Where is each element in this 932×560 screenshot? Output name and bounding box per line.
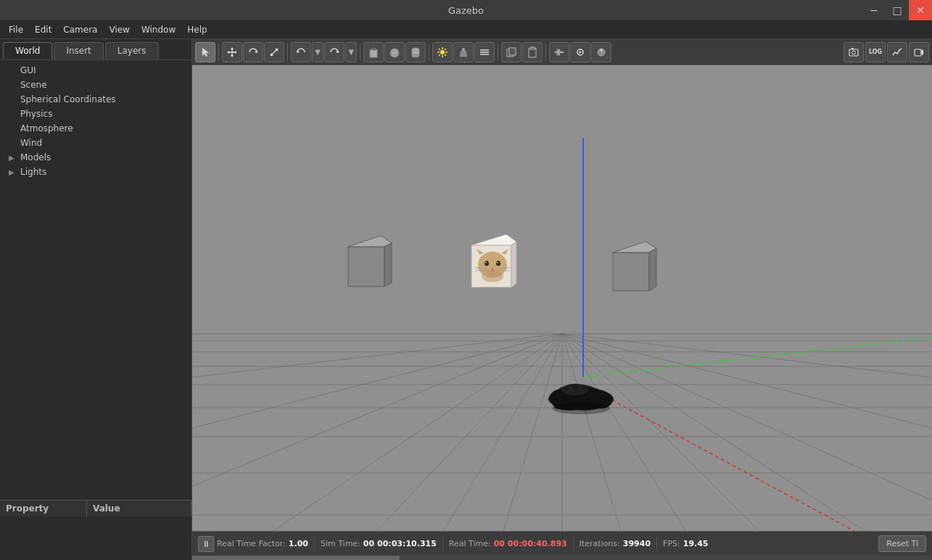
fps-value: 19.45	[683, 539, 709, 548]
property-column-header: Property	[0, 501, 87, 516]
tab-insert[interactable]: Insert	[54, 42, 103, 59]
tree-item-scene[interactable]: Scene	[0, 78, 191, 92]
toolbar-sep-2	[287, 44, 288, 61]
svg-marker-78	[348, 236, 392, 247]
properties-header: Property Value	[0, 501, 191, 516]
select-tool-button[interactable]	[195, 42, 215, 62]
tab-layers[interactable]: Layers	[105, 42, 159, 59]
cursor-icon	[199, 46, 211, 58]
menu-window[interactable]: Window	[136, 23, 181, 36]
tree-item-label: Atmosphere	[20, 123, 73, 133]
svg-marker-4	[227, 51, 229, 54]
tank-svg	[537, 359, 624, 417]
svg-marker-82	[511, 242, 516, 287]
svg-marker-5	[235, 51, 237, 54]
main-layout: World Insert Layers GUI Scene Spherical …	[0, 39, 932, 560]
redo-dropdown-button[interactable]: ▼	[345, 42, 357, 62]
progress-bar-fill	[192, 556, 400, 560]
tree-item-lights[interactable]: ▶ Lights	[0, 165, 191, 179]
toolbar: ▼ ▼	[192, 39, 932, 65]
translate-icon	[226, 46, 238, 58]
scale-tool-button[interactable]	[264, 42, 284, 62]
box-button[interactable]	[363, 42, 384, 62]
progress-bar-container	[192, 556, 932, 560]
reset-time-button[interactable]: Reset Ti	[878, 535, 926, 552]
menu-help[interactable]: Help	[181, 23, 213, 36]
svg-line-59	[192, 334, 562, 486]
close-button[interactable]: ✕	[909, 0, 932, 20]
menu-edit[interactable]: Edit	[29, 23, 57, 36]
window-controls: − □ ✕	[862, 0, 932, 20]
sphere-button[interactable]	[384, 42, 405, 62]
svg-point-45	[852, 51, 856, 54]
3d-viewport[interactable]: .grid-line { stroke: #666; stroke-width:…	[192, 65, 932, 531]
svg-marker-2	[231, 47, 234, 49]
video-button[interactable]	[909, 42, 929, 62]
log-button[interactable]: LOG	[865, 42, 886, 62]
minimize-button[interactable]: −	[862, 0, 886, 20]
svg-point-105	[582, 386, 586, 390]
menu-camera[interactable]: Camera	[57, 23, 103, 36]
tree-item-physics[interactable]: Physics	[0, 107, 191, 121]
copy-button[interactable]	[501, 42, 521, 62]
toolbar-right-group: LOG	[844, 42, 929, 62]
sun-light-button[interactable]	[432, 42, 453, 62]
undo-button[interactable]	[291, 42, 311, 62]
shapes-group	[363, 42, 426, 62]
pause-button[interactable]: ⏸	[198, 536, 214, 552]
tree-item-spherical[interactable]: Spherical Coordinates	[0, 92, 191, 107]
tree-item-label: Lights	[20, 167, 46, 177]
statusbar: ⏸ Real Time Factor: 1.00 Sim Time: 00 00…	[192, 531, 932, 556]
svg-point-86	[484, 261, 489, 266]
dir-light-button[interactable]	[474, 42, 495, 62]
arrow-expand-icon: ▶	[9, 154, 17, 162]
object-cube-right[interactable]	[606, 238, 655, 285]
svg-marker-79	[384, 243, 392, 287]
camera-icon	[848, 46, 859, 58]
menu-view[interactable]: View	[103, 23, 135, 36]
redo-button[interactable]	[324, 42, 345, 62]
rotate-tool-button[interactable]	[243, 42, 263, 62]
model-icon	[595, 46, 607, 58]
paste-button[interactable]	[522, 42, 543, 62]
scale-icon	[268, 46, 280, 58]
translate-tool-button[interactable]	[222, 42, 242, 62]
undo-dropdown-button[interactable]: ▼	[312, 42, 323, 62]
spotlight-button[interactable]	[453, 42, 474, 62]
maximize-button[interactable]: □	[886, 0, 909, 20]
menu-file[interactable]: File	[3, 23, 29, 36]
svg-rect-12	[370, 50, 377, 57]
svg-marker-77	[348, 247, 384, 287]
svg-line-27	[445, 54, 446, 56]
svg-point-14	[390, 49, 399, 57]
svg-point-18	[412, 54, 419, 57]
object-cube-left[interactable]	[341, 232, 390, 281]
tree-item-atmosphere[interactable]: Atmosphere	[0, 121, 191, 136]
screenshot-button[interactable]	[844, 42, 864, 62]
tab-world[interactable]: World	[3, 42, 52, 59]
transform-tools-group	[222, 42, 284, 62]
object-tank[interactable]	[537, 359, 624, 417]
tree-item-label: Models	[20, 152, 51, 162]
directional-light-icon	[479, 46, 490, 58]
snap-button[interactable]	[570, 42, 590, 62]
window-title: Gazebo	[448, 5, 484, 16]
box-icon	[368, 46, 379, 58]
tree-item-wind[interactable]: Wind	[0, 136, 191, 150]
cylinder-button[interactable]	[405, 42, 426, 62]
model-button[interactable]	[591, 42, 611, 62]
menubar: File Edit Camera View Window Help	[0, 20, 932, 39]
toolbar-sep-1	[218, 44, 219, 61]
left-panel: World Insert Layers GUI Scene Spherical …	[0, 39, 192, 560]
right-panel: ▼ ▼	[192, 39, 932, 560]
iterations-label: Iterations:	[580, 539, 620, 548]
object-cube-cat[interactable]	[464, 231, 519, 285]
arrow-expand-icon: ▶	[9, 168, 17, 176]
align-button[interactable]	[549, 42, 569, 62]
plot-button[interactable]	[887, 42, 907, 62]
svg-point-103	[564, 386, 569, 390]
tree-item-gui[interactable]: GUI	[0, 63, 191, 78]
svg-marker-97	[613, 242, 656, 252]
tree-item-models[interactable]: ▶ Models	[0, 150, 191, 165]
svg-line-26	[439, 49, 440, 50]
